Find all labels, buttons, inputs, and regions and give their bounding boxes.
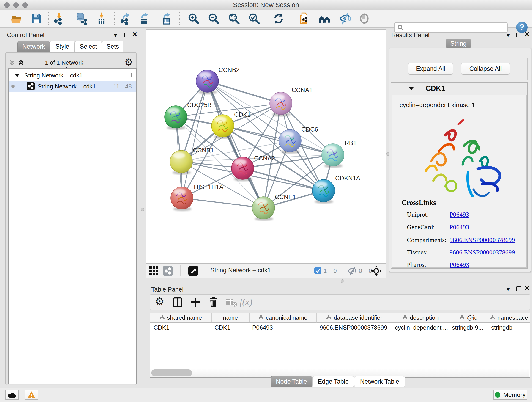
scrollbar-thumb[interactable] <box>151 370 192 376</box>
birdseye-view-icon[interactable] <box>188 266 198 276</box>
node-CDC6[interactable] <box>279 129 301 154</box>
node-details-header[interactable]: CDK1 <box>391 83 528 95</box>
network-view-title: String Network – cdk1 <box>210 267 271 274</box>
network-tree-item-row[interactable]: String Network – cdk1 11 48 <box>9 81 136 92</box>
zoom-in-icon[interactable] <box>187 12 201 26</box>
home-browser-icon[interactable] <box>317 12 331 26</box>
grid-view-icon[interactable] <box>149 266 159 276</box>
table-cell[interactable]: P06493 <box>249 324 317 331</box>
section-collapse-arrow-icon[interactable] <box>409 87 414 91</box>
copy-network-icon[interactable] <box>297 12 311 26</box>
column-header-@id[interactable]: @id <box>449 313 488 323</box>
column-header-database-identifier[interactable]: database identifier <box>317 313 392 323</box>
string-network-graph[interactable]: CCNB2CCNA1CDC25BCDK1CDC6RB1CCNB1CCNA2CDK… <box>146 30 386 263</box>
column-header-canonical-name[interactable]: canonical name <box>249 313 317 323</box>
expand-all-icon[interactable] <box>17 59 25 66</box>
table-cell[interactable]: stringdb:9... <box>449 324 488 331</box>
import-network-from-file-icon[interactable] <box>52 12 66 26</box>
tab-string[interactable]: String <box>446 39 471 48</box>
crosslink-pharos-link[interactable]: P06493 <box>450 261 469 268</box>
node-CDK1[interactable] <box>211 115 234 139</box>
crosslink-label: GeneCard: <box>407 223 435 231</box>
table-panel-close-icon[interactable]: ✕ <box>524 286 530 291</box>
crosslink-uniprot-link[interactable]: P06493 <box>450 211 469 218</box>
left-splitter-handle[interactable] <box>141 208 144 211</box>
node-CDKN1A[interactable] <box>312 179 335 204</box>
table-cell[interactable]: CDK1 <box>211 324 249 331</box>
network-options-gear-icon[interactable]: ⚙ <box>124 57 133 68</box>
table-settings-gear-icon[interactable]: ⚙ <box>155 295 164 307</box>
crosslink-compartments-link[interactable]: 9606.ENSP00000378699 <box>450 236 515 244</box>
export-image-icon[interactable] <box>160 12 174 26</box>
new-column-icon[interactable] <box>172 297 183 307</box>
node-RB1[interactable] <box>322 144 344 168</box>
network-share-icon[interactable] <box>163 266 173 276</box>
tab-select[interactable]: Select <box>75 41 102 52</box>
edge-CCNB2-HIST1H1A[interactable] <box>182 81 207 198</box>
column-header-name[interactable]: name <box>211 313 249 323</box>
tab-sets[interactable]: Sets <box>102 41 123 52</box>
save-session-icon[interactable] <box>30 12 43 26</box>
node-CDC25B[interactable] <box>165 106 187 130</box>
import-table-icon[interactable] <box>95 12 108 26</box>
search-input[interactable] <box>406 23 504 32</box>
selected-count: 1 – 0 <box>323 267 337 274</box>
bottom-splitter-handle[interactable] <box>341 279 344 283</box>
fit-selection-crosshair-icon[interactable] <box>371 265 382 276</box>
control-panel-close-icon[interactable]: ✕ <box>132 32 137 37</box>
node-CCNE1[interactable] <box>252 197 275 221</box>
control-panel-menu-icon[interactable]: ▼ <box>113 32 118 38</box>
node-CCNB1[interactable] <box>170 150 192 175</box>
tab-node-table[interactable]: Node Table <box>271 376 312 387</box>
refresh-icon[interactable] <box>272 12 285 26</box>
show-panel-eye-icon[interactable] <box>357 12 371 26</box>
open-session-icon[interactable] <box>10 12 23 26</box>
hide-panel-eye-icon[interactable] <box>338 12 352 26</box>
memory-status-dot <box>495 392 500 398</box>
selected-checkbox-icon[interactable] <box>314 267 321 274</box>
memory-button[interactable]: Memory <box>493 390 527 400</box>
network-tree-root-row[interactable]: String Network – cdk1 1 <box>9 70 136 81</box>
add-row-icon[interactable] <box>190 297 201 307</box>
column-header-description[interactable]: description <box>392 313 449 323</box>
zoom-fit-icon[interactable] <box>227 12 241 26</box>
table-panel-float-icon[interactable] <box>516 287 521 291</box>
results-panel-menu-icon[interactable]: ▼ <box>505 32 511 38</box>
zoom-selected-icon[interactable] <box>247 12 261 26</box>
delete-table-icon <box>225 298 237 307</box>
warning-button[interactable] <box>25 390 38 400</box>
delete-icon[interactable] <box>208 297 219 307</box>
export-table-icon[interactable] <box>138 12 152 26</box>
tree-collapse-arrow-icon[interactable] <box>15 73 20 77</box>
results-panel-close-icon[interactable]: ✕ <box>524 32 530 37</box>
column-header-shared-name[interactable]: shared name <box>150 313 211 323</box>
cloud-button[interactable] <box>5 390 19 400</box>
node-gloss <box>272 94 285 100</box>
network-canvas[interactable]: CCNB2CCNA1CDC25BCDK1CDC6RB1CCNB1CCNA2CDK… <box>146 29 386 264</box>
tab-edge-table[interactable]: Edge Table <box>312 376 354 387</box>
node-CCNA1[interactable] <box>270 92 292 116</box>
tab-network-table[interactable]: Network Table <box>354 376 405 387</box>
table-panel-menu-icon[interactable]: ▼ <box>505 287 511 292</box>
export-network-icon[interactable] <box>119 12 133 26</box>
table-cell[interactable]: CDK1 <box>150 324 211 331</box>
edge-CCNB2-CCNA1[interactable] <box>207 81 281 103</box>
crosslink-genecard-link[interactable]: P06493 <box>450 223 469 231</box>
table-cell[interactable]: cyclin–dependent ... <box>392 324 449 331</box>
table-cell[interactable]: stringdb <box>488 324 530 331</box>
import-network-from-database-icon[interactable] <box>74 12 88 26</box>
zoom-out-icon[interactable] <box>207 12 221 26</box>
expand-all-button[interactable]: Expand All <box>408 63 453 75</box>
column-header-namespace[interactable]: namespace <box>488 313 530 323</box>
control-panel-float-icon[interactable] <box>124 32 129 37</box>
tab-network[interactable]: Network <box>17 41 50 52</box>
collapse-all-button[interactable]: Collapse All <box>461 63 510 75</box>
control-panel-title: Control Panel <box>7 32 44 39</box>
table-cell[interactable]: 9606.ENSP00000378699 <box>317 324 392 331</box>
crosslink-tissues-link[interactable]: 9606.ENSP00000378699 <box>450 249 515 256</box>
node-HIST1H1A[interactable] <box>171 187 193 211</box>
tab-style[interactable]: Style <box>50 41 75 52</box>
results-panel-float-icon[interactable] <box>516 32 521 37</box>
edge-CCNE1-HIST1H1A[interactable] <box>182 198 264 208</box>
collapse-all-icon[interactable] <box>8 59 16 66</box>
